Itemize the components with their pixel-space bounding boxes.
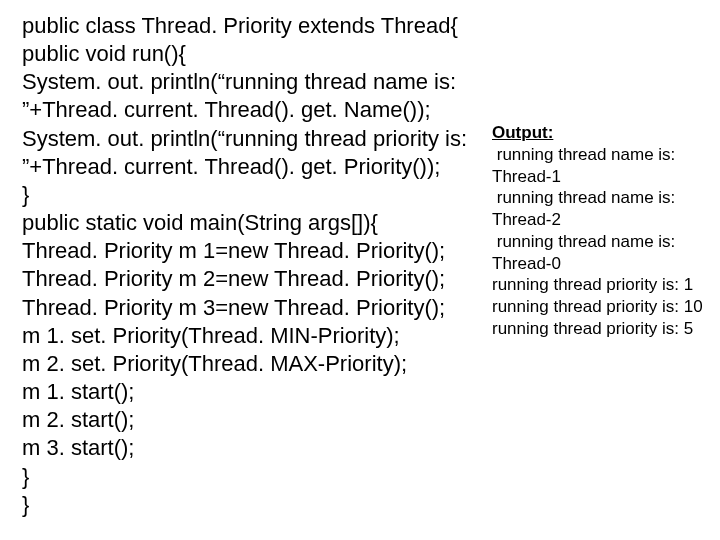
- output-line: running thread name is: Thread-2: [492, 187, 706, 231]
- code-line: System. out. println(“running thread nam…: [22, 68, 484, 124]
- code-line: public void run(){: [22, 40, 484, 68]
- output-line: running thread priority is: 5: [492, 318, 706, 340]
- code-line: public class Thread. Priority extends Th…: [22, 12, 484, 40]
- output-block: Output: running thread name is: Thread-1…: [484, 12, 706, 340]
- code-line: m 3. start();: [22, 434, 484, 462]
- code-line: m 2. start();: [22, 406, 484, 434]
- code-line: }: [22, 181, 484, 209]
- code-line: Thread. Priority m 1=new Thread. Priorit…: [22, 237, 484, 265]
- output-line: running thread name is: Thread-1: [492, 144, 706, 188]
- code-line: public static void main(String args[]){: [22, 209, 484, 237]
- code-line: Thread. Priority m 2=new Thread. Priorit…: [22, 265, 484, 293]
- code-line: m 2. set. Priority(Thread. MAX-Priority)…: [22, 350, 484, 378]
- output-line: running thread priority is: 1: [492, 274, 706, 296]
- output-header: Output:: [492, 122, 706, 144]
- output-line: running thread name is: Thread-0: [492, 231, 706, 275]
- code-line: m 1. start();: [22, 378, 484, 406]
- code-line: }: [22, 463, 484, 491]
- output-line: running thread priority is: 10: [492, 296, 706, 318]
- code-block: public class Thread. Priority extends Th…: [22, 12, 484, 519]
- code-line: m 1. set. Priority(Thread. MIN-Priority)…: [22, 322, 484, 350]
- code-line: Thread. Priority m 3=new Thread. Priorit…: [22, 294, 484, 322]
- slide: public class Thread. Priority extends Th…: [0, 0, 720, 540]
- code-line: System. out. println(“running thread pri…: [22, 125, 484, 181]
- code-line: }: [22, 491, 484, 519]
